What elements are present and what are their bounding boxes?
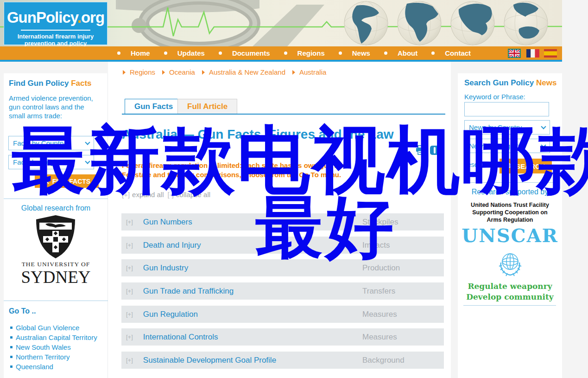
nav-bullet-icon xyxy=(164,51,167,55)
logo-dot: . xyxy=(77,9,81,26)
table-row-gun-trade-and-trafficking[interactable]: [+] Gun Trade and Trafficking Transfers xyxy=(121,282,444,300)
sidebar-intro-text: Armed violence prevention, gun control l… xyxy=(9,94,98,120)
goto-link-australian-capital-territory[interactable]: Australian Capital Territory xyxy=(10,333,103,342)
goto-links: Global Gun Violence Australian Capital T… xyxy=(10,323,103,372)
expand-icon[interactable]: [+] xyxy=(126,357,133,364)
sydney-wordmark: SYDNEY xyxy=(4,267,108,287)
row-link[interactable]: Gun Trade and Trafficking xyxy=(143,287,234,296)
breadcrumb-oceania[interactable]: Oceania xyxy=(162,68,195,76)
research-from-label: Global research from xyxy=(4,204,108,212)
expand-icon[interactable]: [+] xyxy=(126,242,133,249)
nav-item-regions[interactable]: Regions xyxy=(277,49,332,57)
nav-menu: Home Updates Documents Regions News Abou… xyxy=(110,49,478,57)
globe-americas-icon xyxy=(344,1,388,45)
nav-item-home[interactable]: Home xyxy=(110,49,157,57)
site-logo-wordmark: GunPolicy.org xyxy=(4,9,107,26)
expand-icon[interactable]: [+] xyxy=(126,288,133,295)
row-link[interactable]: Death and Injury xyxy=(143,241,201,250)
nav-item-contact[interactable]: Contact xyxy=(424,49,478,57)
nav-bullet-icon xyxy=(284,51,287,55)
goto-title: Go To .. xyxy=(9,307,36,315)
triangle-right-icon xyxy=(123,70,126,75)
triangle-right-icon xyxy=(292,70,295,75)
search-news-title: Search Gun Policy News xyxy=(464,78,556,88)
flag-spain-icon[interactable] xyxy=(544,49,557,58)
breadcrumb-regions[interactable]: Regions xyxy=(123,68,155,76)
un-emblem-icon[interactable] xyxy=(496,250,524,278)
tab-full-article[interactable]: Full Article xyxy=(177,99,237,114)
unscar-slogan: Regulate weaponry Develop community xyxy=(458,281,562,302)
globe-asia-icon xyxy=(451,1,494,45)
site-logo[interactable]: GunPolicy.org International firearm inju… xyxy=(4,2,107,45)
nav-bullet-icon xyxy=(339,51,342,55)
table-row-international-controls[interactable]: [+] International Controls Measures xyxy=(121,328,444,346)
sydney-university-shield-icon[interactable] xyxy=(34,213,77,260)
row-link[interactable]: International Controls xyxy=(143,333,218,342)
breadcrumb: Regions Oceania Australia & New Zealand … xyxy=(123,68,326,76)
row-link[interactable]: Sustainable Development Goal Profile xyxy=(143,356,276,365)
breadcrumb-australia-new-zealand[interactable]: Australia & New Zealand xyxy=(202,68,285,76)
goto-link-global-gun-violence[interactable]: Global Gun Violence xyxy=(10,323,103,333)
expand-icon[interactable]: [+] xyxy=(126,311,133,318)
unscar-wordmark[interactable]: UNSCAR xyxy=(458,224,562,246)
find-facts-title: Find Gun Policy Facts xyxy=(9,79,92,88)
row-category: Background xyxy=(362,356,405,365)
globe-australia-icon xyxy=(504,1,548,45)
nav-bullet-icon xyxy=(117,51,120,55)
flag-uk-icon[interactable] xyxy=(508,49,521,58)
row-category: Measures xyxy=(362,333,397,342)
breadcrumb-australia[interactable]: Australia xyxy=(292,68,326,76)
sidebar-divider xyxy=(4,301,108,301)
expand-icon[interactable]: [+] xyxy=(126,333,133,340)
goto-link-queensland[interactable]: Queensland xyxy=(10,362,103,372)
nav-bullet-icon xyxy=(219,51,222,55)
nav-item-updates[interactable]: Updates xyxy=(157,49,212,57)
triangle-right-icon xyxy=(202,70,205,75)
row-link[interactable]: Gun Regulation xyxy=(143,310,198,319)
nav-item-documents[interactable]: Documents xyxy=(212,49,277,57)
gun-trigger-icon xyxy=(116,0,324,46)
keyword-input[interactable] xyxy=(464,102,549,116)
site-tagline: International firearm injury prevention … xyxy=(4,33,107,47)
table-row-gun-regulation[interactable]: [+] Gun Regulation Measures xyxy=(121,306,444,323)
nav-bullet-icon xyxy=(431,51,435,55)
globe-africa-europe-icon xyxy=(398,1,441,45)
overlay-text-line2: 最好 xyxy=(255,193,396,261)
unscar-full-name: United Nations Trust Facility Supporting… xyxy=(458,201,562,224)
overlay-text-line1: 最新款电视机哪款 xyxy=(12,123,588,197)
row-category: Measures xyxy=(362,310,397,319)
tab-underline xyxy=(122,114,445,115)
goto-link-northern-territory[interactable]: Northern Territory xyxy=(10,352,103,362)
row-link[interactable]: Gun Numbers xyxy=(143,218,192,227)
flag-france-icon[interactable] xyxy=(526,49,539,58)
main-navigation: Home Updates Documents Regions News Abou… xyxy=(0,46,562,60)
sidebar-divider xyxy=(463,305,556,306)
nav-item-news[interactable]: News xyxy=(332,49,377,57)
table-row-sdg-profile[interactable]: [+] Sustainable Development Goal Profile… xyxy=(121,352,444,369)
expand-icon[interactable]: [+] xyxy=(126,264,133,271)
row-link[interactable]: Gun Industry xyxy=(143,263,188,273)
nav-item-about[interactable]: About xyxy=(377,49,424,57)
open-book-icon xyxy=(53,237,58,242)
triangle-right-icon xyxy=(162,70,165,75)
logo-divider xyxy=(21,30,90,31)
tab-gun-facts[interactable]: Gun Facts xyxy=(125,99,183,114)
keyword-label: Keyword or Phrase: xyxy=(464,93,525,101)
expand-icon[interactable]: [+] xyxy=(126,218,133,225)
row-category: Transfers xyxy=(362,287,395,296)
nav-bullet-icon xyxy=(384,51,387,55)
goto-link-new-south-wales[interactable]: New South Wales xyxy=(10,342,103,352)
